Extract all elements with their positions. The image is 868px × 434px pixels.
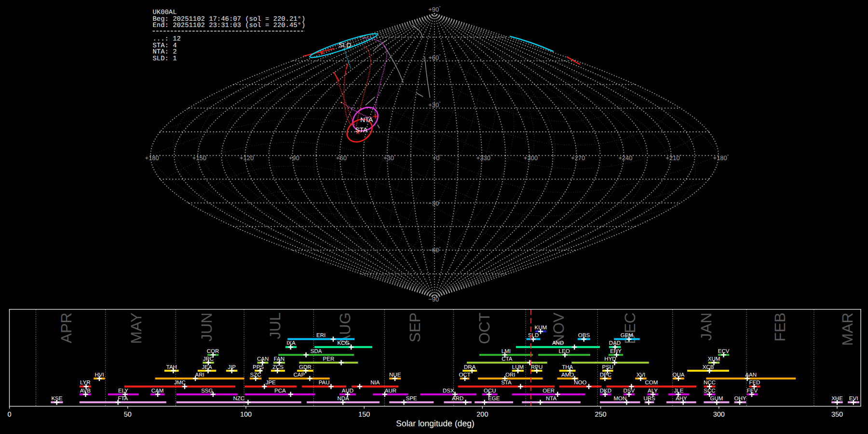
svg-text:MAY: MAY: [128, 312, 145, 344]
svg-text:PSU: PSU: [602, 365, 613, 370]
svg-text:300: 300: [713, 411, 725, 419]
svg-text:GUM: GUM: [710, 396, 723, 402]
svg-text:OCT: OCT: [476, 312, 493, 344]
svg-text:FTA: FTA: [118, 396, 128, 402]
svg-text:DSX: DSX: [443, 388, 454, 394]
svg-text:0: 0: [8, 411, 12, 419]
svg-text:MON: MON: [613, 396, 626, 402]
svg-text:NDA: NDA: [337, 396, 349, 402]
svg-text:HVI: HVI: [95, 372, 104, 378]
svg-text:+300°: +300°: [524, 154, 540, 162]
svg-text:End: 20251102 23:31:03 (sol =: End: 20251102 23:31:03 (sol = 220.45°): [153, 22, 306, 29]
svg-text:ERI: ERI: [316, 333, 326, 339]
svg-text:AAN: AAN: [745, 372, 757, 378]
svg-text:+180°: +180°: [713, 154, 729, 162]
svg-text:CAM: CAM: [151, 388, 164, 394]
svg-text:XVI: XVI: [637, 372, 646, 378]
svg-text:NCC: NCC: [704, 380, 716, 386]
svg-text:50: 50: [124, 411, 132, 419]
svg-text:JRC: JRC: [203, 356, 214, 362]
svg-text:NUE: NUE: [389, 372, 401, 378]
svg-text:AND: AND: [552, 340, 564, 346]
svg-text:ARI: ARI: [195, 372, 204, 378]
svg-text:100: 100: [240, 411, 252, 419]
svg-text:SPE: SPE: [406, 396, 417, 402]
svg-text:JPE: JPE: [266, 380, 276, 386]
svg-text:JUL: JUL: [267, 312, 284, 339]
svg-text:JIP: JIP: [228, 365, 236, 370]
svg-text:LEO: LEO: [559, 349, 570, 354]
svg-text:DKD: DKD: [600, 388, 611, 394]
svg-text:EHY: EHY: [610, 349, 622, 354]
svg-text:THA: THA: [562, 365, 573, 370]
svg-text:CAN: CAN: [257, 356, 269, 362]
svg-text:OCU: OCU: [484, 388, 496, 394]
svg-text:Solar longitude (deg): Solar longitude (deg): [396, 419, 474, 428]
svg-text:PER: PER: [323, 356, 335, 362]
svg-text:DAD: DAD: [609, 340, 621, 346]
svg-text:+270°: +270°: [571, 154, 587, 162]
svg-text:OBS: OBS: [578, 333, 590, 339]
svg-text:AUD: AUD: [342, 388, 353, 394]
svg-text:JAN: JAN: [698, 312, 715, 341]
svg-text:JUN: JUN: [198, 312, 215, 341]
svg-text:+240°: +240°: [618, 154, 634, 162]
svg-text:+330°: +330°: [476, 154, 492, 162]
svg-text:KSE: KSE: [51, 396, 62, 402]
svg-text:URS: URS: [643, 396, 655, 402]
svg-text:PPS: PPS: [253, 365, 264, 370]
svg-text:RPU: RPU: [531, 365, 542, 370]
svg-text:ECV: ECV: [718, 349, 730, 354]
svg-text:IXA: IXA: [286, 340, 296, 346]
svg-text:KUM: KUM: [535, 325, 547, 331]
svg-text:OHY: OHY: [734, 396, 746, 402]
svg-text:TAH: TAH: [166, 365, 177, 370]
svg-text:LYR: LYR: [80, 380, 91, 386]
svg-text:PAU: PAU: [319, 380, 330, 386]
svg-text:ALY: ALY: [648, 388, 658, 394]
svg-text:FED: FED: [749, 380, 760, 386]
svg-text:AHY: AHY: [676, 396, 687, 402]
svg-text:JMC: JMC: [174, 380, 186, 386]
svg-text:SSG: SSG: [201, 388, 213, 394]
svg-text:CAP: CAP: [293, 372, 305, 378]
svg-text:CTA: CTA: [502, 356, 512, 362]
svg-text:+210°: +210°: [665, 154, 681, 162]
svg-text:AUR: AUR: [385, 388, 396, 394]
svg-text:OER: OER: [542, 388, 555, 394]
svg-text:ARD: ARD: [452, 396, 463, 402]
svg-text:SDA: SDA: [311, 349, 322, 354]
svg-text:DRA: DRA: [464, 365, 476, 370]
svg-text:GDR: GDR: [299, 365, 312, 370]
svg-text:JLE: JLE: [674, 388, 683, 394]
svg-text:HYD: HYD: [604, 356, 616, 362]
svg-text:+150°: +150°: [192, 154, 208, 162]
svg-text:LUM: LUM: [512, 365, 524, 370]
svg-text:FEB: FEB: [772, 312, 788, 341]
svg-text:+180°: +180°: [145, 154, 161, 162]
svg-text:SCC: SCC: [704, 388, 715, 394]
svg-text:STA: STA: [501, 380, 512, 386]
svg-text:FEV: FEV: [747, 388, 758, 394]
svg-text:DPC: DPC: [600, 372, 611, 378]
svg-text:SLD: 1: SLD: 1: [153, 55, 177, 63]
svg-text:QUA: QUA: [672, 372, 684, 378]
svg-text:350: 350: [831, 411, 843, 419]
svg-text:NIA: NIA: [370, 380, 380, 386]
svg-text:LMI: LMI: [502, 349, 511, 354]
svg-text:250: 250: [595, 411, 606, 419]
svg-text:COM: COM: [645, 380, 658, 386]
svg-text:JEA: JEA: [202, 365, 212, 370]
svg-text:FAN: FAN: [274, 356, 285, 362]
svg-text:EVI: EVI: [849, 396, 858, 402]
svg-text:SLD: SLD: [339, 41, 352, 49]
svg-text:SLD: SLD: [528, 333, 539, 339]
svg-text:EGE: EGE: [488, 396, 500, 402]
svg-text:GEM: GEM: [621, 333, 633, 339]
svg-text:SZC: SZC: [250, 372, 261, 378]
svg-text:+120°: +120°: [240, 154, 256, 162]
svg-text:XCB: XCB: [703, 365, 714, 370]
svg-text:PCA: PCA: [274, 388, 286, 394]
svg-text:ORI: ORI: [505, 372, 515, 378]
svg-text:NTA: NTA: [360, 116, 373, 123]
